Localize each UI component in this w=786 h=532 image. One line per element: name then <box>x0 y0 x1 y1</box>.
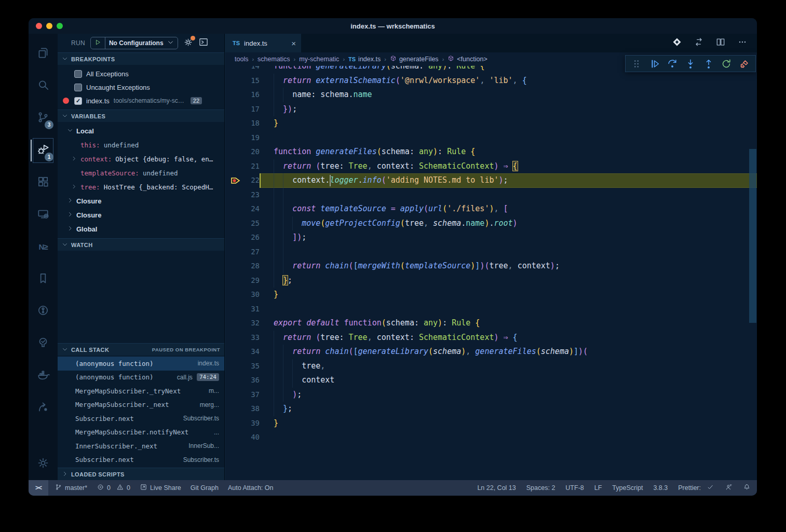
code-line-19[interactable]: 19 <box>225 131 757 145</box>
code-line-37[interactable]: 37 ); <box>225 388 757 402</box>
line-number[interactable]: 35 <box>225 359 260 374</box>
call-stack-header[interactable]: CALL STACK PAUSED ON BREAKPOINT <box>58 343 224 356</box>
statusbar-branch[interactable]: master* <box>55 483 87 493</box>
code-line-25[interactable]: 25 move(getProjectConfig(tree, schema.na… <box>225 216 757 231</box>
code-line-35[interactable]: 35 tree, <box>225 359 757 374</box>
breakpoint-checkbox[interactable]: ✓ <box>74 97 82 105</box>
code-line-26[interactable]: 26 ]); <box>225 230 757 245</box>
line-number[interactable]: 19 <box>225 131 260 145</box>
tab-index-ts[interactable]: TS index.ts × <box>225 34 301 52</box>
breakpoint-checkbox[interactable] <box>74 84 82 91</box>
statusbar-eol[interactable]: LF <box>594 484 602 492</box>
line-number[interactable]: 18 <box>225 116 260 131</box>
code-line-29[interactable]: 29 }; <box>225 274 757 288</box>
variable-row[interactable]: tree:HostTree {_backend: ScopedH… <box>58 180 224 194</box>
activity-item-manage[interactable] <box>31 448 56 480</box>
close-window-button[interactable] <box>36 23 42 29</box>
variables-scope-global[interactable]: Global <box>58 222 224 236</box>
statusbar-encoding[interactable]: UTF-8 <box>565 484 584 492</box>
activity-item-extensions[interactable] <box>31 167 56 199</box>
restart-icon[interactable] <box>721 58 732 70</box>
activity-item-deploy[interactable] <box>31 392 56 424</box>
variables-scope-local[interactable]: Local <box>58 124 224 138</box>
debug-settings-gear-icon[interactable] <box>183 37 193 49</box>
code-line-30[interactable]: 30} <box>225 288 757 302</box>
chevron-right-icon[interactable] <box>71 155 77 163</box>
drag-handle-icon[interactable] <box>631 58 642 70</box>
line-number[interactable]: 27 <box>225 245 260 260</box>
code-line-33[interactable]: 33 return (tree: Tree, context: Schemati… <box>225 331 757 345</box>
line-number[interactable]: 24 <box>225 202 260 216</box>
breakpoints-header[interactable]: BREAKPOINTS <box>58 52 224 65</box>
code-line-32[interactable]: 32export default function(schema: any): … <box>225 316 757 331</box>
editor-scrollbar[interactable] <box>749 149 756 323</box>
line-number[interactable]: 38 <box>225 402 260 416</box>
statusbar-indentation[interactable]: Spaces: 2 <box>526 484 555 492</box>
variables-header[interactable]: VARIABLES <box>58 110 224 122</box>
code-line-15[interactable]: 15 return externalSchematic('@nrwl/works… <box>225 74 757 88</box>
statusbar-live-share[interactable]: Live Share <box>140 483 181 493</box>
code-line-38[interactable]: 38 }; <box>225 402 757 416</box>
breadcrumb-item[interactable]: TSindex.ts <box>348 56 381 63</box>
open-changes-icon[interactable] <box>694 37 704 49</box>
minimize-window-button[interactable] <box>46 23 52 29</box>
line-number[interactable]: 33 <box>225 331 260 345</box>
statusbar-cursor-position[interactable]: Ln 22, Col 13 <box>477 484 516 492</box>
code-line-27[interactable]: 27 <box>225 245 757 260</box>
code-line-36[interactable]: 36 context <box>225 373 757 388</box>
chevron-right-icon[interactable] <box>71 183 77 191</box>
line-number[interactable]: 16 <box>225 88 260 102</box>
variables-scope-closure[interactable]: Closure <box>58 194 224 208</box>
activity-item-docker[interactable] <box>31 360 56 392</box>
split-editor-icon[interactable] <box>715 37 726 49</box>
activity-item-run-debug[interactable]: 1 <box>31 134 56 167</box>
line-number[interactable]: 23 <box>225 188 260 202</box>
loaded-scripts-header[interactable]: LOADED SCRIPTS <box>58 468 224 480</box>
line-number[interactable]: 31 <box>225 302 260 317</box>
breadcrumb-item[interactable]: tools <box>235 56 248 63</box>
statusbar-language[interactable]: TypeScript <box>612 484 643 492</box>
call-stack-frame[interactable]: MergeMapSubscriber._tryNextm... <box>58 384 224 398</box>
line-number[interactable]: 37 <box>225 388 260 402</box>
code-line-22[interactable]: 22 context.logger.info('adding NOTES.md … <box>225 173 757 188</box>
activity-item-remote-explorer[interactable] <box>31 199 56 231</box>
call-stack-frame[interactable]: (anonymous function)index.ts <box>58 357 224 371</box>
code-line-21[interactable]: 21 return (tree: Tree, context: Schemati… <box>225 159 757 174</box>
call-stack-frame[interactable]: Subscriber.nextSubscriber.ts <box>58 453 224 467</box>
activity-item-explorer[interactable] <box>31 38 56 70</box>
line-number[interactable]: 14 <box>225 66 260 74</box>
breadcrumb-item[interactable]: <function> <box>448 55 487 63</box>
line-number[interactable]: 39 <box>225 416 260 431</box>
call-stack-frame[interactable]: (anonymous function)call.js74:24 <box>58 371 224 385</box>
line-number[interactable]: 32 <box>225 316 260 331</box>
step-into-icon[interactable] <box>685 58 696 70</box>
breakpoint-row[interactable]: ✓index.tstools/schematics/my-sch...22 <box>58 94 224 107</box>
call-stack-frame[interactable]: InnerSubscriber._nextInnerSub... <box>58 439 224 453</box>
breadcrumb-item[interactable]: my-schematic <box>299 56 339 63</box>
code-line-28[interactable]: 28 return chain([mergeWith(templateSourc… <box>225 259 757 274</box>
call-stack-frame[interactable]: MergeMapSubscriber.notifyNext... <box>58 426 224 440</box>
start-debug-icon[interactable] <box>94 39 101 47</box>
launch-configuration-dropdown[interactable]: No Configurations <box>90 37 178 49</box>
activity-item-search[interactable] <box>31 70 56 102</box>
line-number[interactable]: 28 <box>225 259 260 274</box>
activity-item-source-control[interactable]: 3 <box>31 102 56 134</box>
close-tab-icon[interactable]: × <box>291 39 296 48</box>
continue-icon[interactable] <box>649 58 660 70</box>
line-number[interactable]: 40 <box>225 430 260 445</box>
line-number[interactable]: 36 <box>225 373 260 388</box>
variable-row[interactable]: context:Object {debug: false, en… <box>58 152 224 166</box>
prettier-diamond-icon[interactable] <box>672 37 682 49</box>
step-out-icon[interactable] <box>703 58 714 70</box>
line-number[interactable]: 34 <box>225 345 260 359</box>
breadcrumb-item[interactable]: schematics <box>258 56 290 63</box>
watch-header[interactable]: WATCH <box>58 238 224 251</box>
statusbar-notifications[interactable] <box>743 483 751 493</box>
statusbar-problems[interactable]: 00 <box>97 483 130 493</box>
activity-item-gitlens[interactable] <box>31 295 56 328</box>
remote-indicator[interactable]: >< <box>29 480 48 496</box>
line-number[interactable]: 25 <box>225 216 260 231</box>
more-actions-icon[interactable] <box>737 37 748 49</box>
activity-item-test-explorer[interactable] <box>31 328 56 360</box>
code-line-40[interactable]: 40 <box>225 430 757 445</box>
